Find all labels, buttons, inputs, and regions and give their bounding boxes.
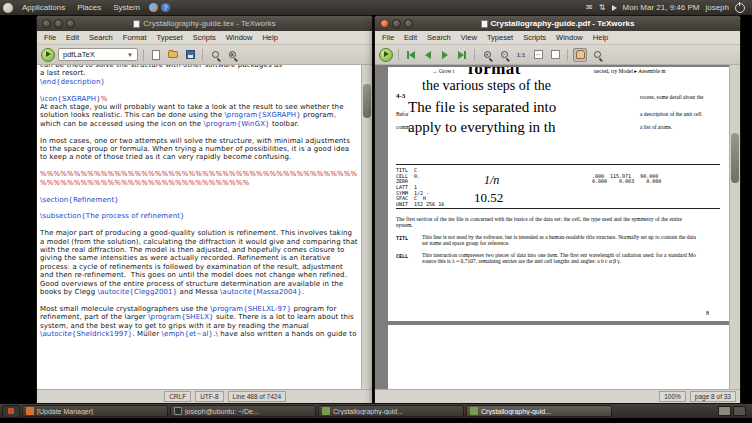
open-file-button[interactable] — [166, 48, 180, 62]
volume-indicator-icon[interactable] — [612, 5, 617, 11]
close-button[interactable] — [380, 19, 389, 28]
editor-toolbar: pdfLaTeX ▼ a — [37, 45, 372, 65]
magnifier-tool-button[interactable] — [590, 48, 604, 62]
pdf-menu-file[interactable]: File — [377, 31, 399, 44]
pdf-entry-list: TITLThis line is not used by the softwar… — [396, 234, 696, 270]
pdf-scrollbar[interactable] — [729, 65, 740, 389]
zoom-in-icon: + — [484, 51, 491, 58]
workspace-2[interactable] — [733, 406, 746, 416]
last-page-icon — [464, 51, 466, 59]
pdf-window-buttons — [375, 19, 418, 28]
pdf-canvas[interactable]: → Grow t format nected, try Model ▸ Asse… — [375, 65, 729, 389]
maximize-button[interactable] — [66, 19, 75, 28]
editor-menu-help[interactable]: Help — [257, 31, 282, 44]
panel-menu-bar: ApplicationsPlacesSystem — [16, 0, 146, 15]
toolbar-separator — [143, 49, 144, 61]
editor-menu-scripts[interactable]: Scripts — [188, 31, 221, 44]
editor-scrollbar[interactable] — [361, 65, 372, 389]
show-desktop-icon — [8, 408, 14, 414]
editor-line — [40, 162, 358, 170]
panel-menu-places[interactable]: Places — [71, 0, 107, 15]
pdf-menu-scripts[interactable]: Scripts — [518, 31, 551, 44]
find-button[interactable] — [208, 48, 222, 62]
pdf-text-fragment: Befor — [396, 111, 409, 117]
taskbar-item[interactable]: Crystallography-guid... — [466, 405, 612, 417]
previous-page-icon — [425, 51, 431, 59]
next-page-button[interactable] — [438, 48, 452, 62]
pdf-menu-edit[interactable]: Edit — [399, 31, 422, 44]
editor-scrollbar-thumb[interactable] — [363, 84, 371, 118]
editor-menu-file[interactable]: File — [39, 31, 61, 44]
pdf-scrollbar-thumb[interactable] — [731, 133, 739, 183]
typeset-profile-combo[interactable]: pdfLaTeX ▼ — [58, 48, 138, 61]
session-power-icon[interactable] — [735, 3, 745, 13]
actual-size-button[interactable]: 1:1 — [514, 48, 528, 62]
zoom-out-button[interactable]: - — [497, 48, 511, 62]
panel-menu-system[interactable]: System — [107, 0, 146, 15]
zoom-in-button[interactable]: + — [480, 48, 494, 62]
distro-logo-icon[interactable] — [3, 3, 13, 13]
taskbar-item[interactable]: joseph@ubuntu: ~/De... — [170, 405, 316, 417]
pdf-menu-typeset[interactable]: Typeset — [482, 31, 518, 44]
pdf-menu-search[interactable]: Search — [422, 31, 456, 44]
pdf-menu-view[interactable]: View — [456, 31, 482, 44]
fit-width-icon: ↔ — [534, 50, 543, 59]
fit-window-button[interactable] — [548, 48, 562, 62]
pdf-menu-window[interactable]: Window — [551, 31, 588, 44]
minimize-button[interactable] — [54, 19, 63, 28]
panel-menu-applications[interactable]: Applications — [16, 0, 71, 15]
clock[interactable]: Mon Mar 21, 9:46 PM — [623, 3, 700, 12]
help-launcher-icon[interactable]: ? — [161, 3, 170, 12]
editor-menu-format[interactable]: Format — [118, 31, 152, 44]
page-indicator-badge: page 8 of 33 — [690, 391, 736, 402]
browser-launcher-icon[interactable] — [149, 3, 158, 12]
pdf-menu-help[interactable]: Help — [588, 31, 613, 44]
editor-menu-window[interactable]: Window — [221, 31, 258, 44]
network-indicator-icon[interactable]: ⇅ — [599, 0, 606, 15]
editor-line: Most small molecule crystallographers us… — [40, 305, 358, 339]
ins-listing: TITL CCELL 0..000 115.971 90.000ZERR0.00… — [396, 168, 726, 208]
line-indicator: Line 488 of 7424 — [228, 391, 286, 402]
minimize-button[interactable] — [392, 19, 401, 28]
previous-page-button[interactable] — [421, 48, 435, 62]
fit-width-button[interactable]: ↔ — [531, 48, 545, 62]
pdf-entry: CELLThis instruction compresses two piec… — [396, 252, 696, 265]
editor-titlebar[interactable]: Crystallography-guide.tex - TeXworks — [37, 16, 372, 31]
editor-line — [40, 86, 358, 94]
texworks-icon — [322, 407, 330, 415]
hand-tool-button[interactable] — [573, 48, 587, 62]
typeset-run-button[interactable] — [379, 48, 393, 62]
last-page-button[interactable] — [455, 48, 469, 62]
close-button[interactable] — [42, 19, 51, 28]
task-label: Crystallography-guid... — [481, 408, 551, 415]
pdf-text-fragment: rocess, some detail about the — [640, 94, 703, 100]
typeset-run-button[interactable] — [41, 48, 55, 62]
taskbar-item[interactable]: [Update Manager] — [22, 405, 168, 417]
mail-indicator-icon[interactable]: ✉ — [586, 0, 593, 15]
taskbar-item[interactable]: Crystallography-guid... — [318, 405, 464, 417]
first-page-button[interactable] — [404, 48, 418, 62]
pdf-entry: TITLThis line is not used by the softwar… — [396, 234, 696, 247]
editor-window: Crystallography-guide.tex - TeXworks Fil… — [36, 15, 373, 404]
task-label: [Update Manager] — [37, 408, 93, 415]
new-document-button[interactable] — [149, 48, 163, 62]
pdf-entry-label: TITL — [396, 234, 422, 247]
show-desktop-button[interactable] — [2, 405, 20, 418]
user-menu[interactable]: joseph — [705, 3, 729, 12]
workspace-1[interactable] — [718, 406, 731, 416]
maximize-button[interactable] — [404, 19, 413, 28]
workspace-switcher — [718, 406, 750, 416]
pdf-menubar: FileEditSearchViewTypesetScriptsWindowHe… — [375, 31, 740, 45]
pdf-titlebar[interactable]: Crystallography-guide.pdf - TeXworks — [375, 16, 740, 31]
save-icon — [186, 50, 195, 59]
replace-button[interactable]: a — [225, 48, 239, 62]
editor-menu-edit[interactable]: Edit — [61, 31, 84, 44]
panel-indicators: ✉ ⇅ Mon Mar 21, 9:46 PM joseph — [586, 0, 752, 15]
editor-menu-typeset[interactable]: Typeset — [152, 31, 188, 44]
save-file-button[interactable] — [183, 48, 197, 62]
panel-left: ApplicationsPlacesSystem ? — [0, 0, 170, 15]
pdf-text-fragment: nected, try Model ▸ Assemble m — [594, 68, 666, 74]
editor-menu-search[interactable]: Search — [84, 31, 118, 44]
source-editor[interactable]: can be tried to solve the structure with… — [37, 65, 372, 389]
eol-mode-badge: CRLF — [164, 391, 191, 402]
